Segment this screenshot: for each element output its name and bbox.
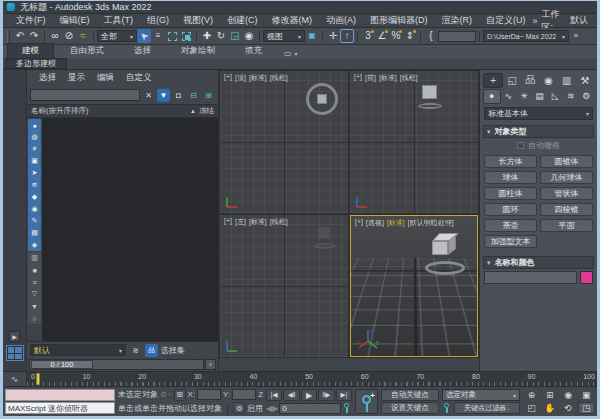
viewport-menu-renderer[interactable]: [标准] [387,218,405,228]
bind-spacewarp-icon[interactable]: ≈ [76,29,90,43]
expand-all-icon[interactable]: ⊟ [187,89,200,102]
selection-lock-icon[interactable]: ▫ [169,390,172,399]
play-button[interactable]: ▶ [301,389,317,401]
ribbon-tab-populate[interactable]: 填充 [231,44,276,58]
primitive-category-dropdown[interactable]: 标准基本体 [484,107,593,120]
cameras-category-icon[interactable]: ▤ [532,89,548,104]
ribbon-tab-selection[interactable]: 选择 [120,44,165,58]
redo-icon[interactable]: ↷ [27,29,41,43]
object-color-swatch[interactable] [580,271,593,284]
display-filter-icon[interactable]: ● [28,119,41,131]
viewport-menu-renderer[interactable]: [标准] [249,73,267,83]
display-filter-icon[interactable]: ◆ [28,191,41,203]
spacewarps-category-icon[interactable]: ≋ [563,89,579,104]
primitive-button[interactable]: 茶壶 [484,219,537,232]
set-key-button[interactable]: 设置关键点 [381,402,439,414]
isolate-selection-icon[interactable]: ⊘ [160,390,167,399]
create-tab-icon[interactable]: + [483,73,503,88]
zoom-icon[interactable]: ⊕ [523,389,540,401]
viewport-menu-general[interactable]: [+] [354,73,362,83]
named-sets-field[interactable] [438,31,476,42]
shapes-category-icon[interactable]: ∿ [501,89,517,104]
collapse-all-icon[interactable]: ⊞ [202,89,215,102]
maxscript-mini-listener[interactable]: MAXScript 迷你侦听器 [5,388,115,415]
ribbon-tab-object-paint[interactable]: 对象绘制 [167,44,229,58]
primitive-button[interactable]: 几何球体 [540,171,593,184]
name-color-rollout[interactable]: 名称和颜色 [483,256,594,269]
explorer-menu-item[interactable]: 编辑 [93,72,118,84]
percent-snap-icon[interactable]: % [389,29,403,43]
display-filter-icon[interactable]: ◍ [28,131,41,143]
rect-selection-region-icon[interactable] [165,29,179,43]
y-coordinate-field[interactable] [232,389,256,400]
orbit-icon[interactable]: ⟲ [560,402,577,414]
primitive-button[interactable]: 球体 [484,171,537,184]
time-slider-track[interactable]: 0 / 100 [29,359,204,370]
layout-flyout-button[interactable]: ▶ [9,331,20,342]
adaptive-degradation-icon[interactable]: ⊚ [233,402,245,414]
display-filter-icon[interactable]: ☀ [28,143,41,155]
systems-category-icon[interactable]: ⚙ [578,89,594,104]
primitive-button[interactable]: 四棱锥 [540,203,593,216]
primitive-button[interactable]: 圆环 [484,203,537,216]
primitive-button[interactable]: 管状体 [540,187,593,200]
utilities-tab-icon[interactable]: ⚒ [576,73,594,88]
menu-item[interactable]: 渲染(R) [435,14,480,27]
explorer-tool-icon[interactable]: ○ [28,312,41,324]
viewport-top[interactable]: [+] [顶] [标准] [线框] [220,71,348,213]
zoom-region-icon[interactable]: ◰ [523,402,540,414]
placement-icon[interactable]: ◉ [242,29,256,43]
listener-pane[interactable]: MAXScript 迷你侦听器 [5,402,115,414]
selection-filter-dropdown[interactable]: 全部 [97,30,137,42]
time-slider-thumb[interactable]: 0 / 100 [31,360,93,369]
frame-stepper-icon[interactable]: ◀▶ [266,404,278,413]
menu-item[interactable]: 视图(V) [176,14,220,27]
time-ruler[interactable]: 0102030405060708090100 [27,372,597,386]
display-filter-icon[interactable]: ➤ [28,167,41,179]
use-pivot-center-icon[interactable]: ▣ [305,29,319,43]
object-type-rollout[interactable]: 对象类型 [483,125,594,138]
explorer-mode-icon[interactable]: 品 [145,344,158,357]
menu-item[interactable]: 修改器(M) [265,14,320,27]
toolbar-grip[interactable] [7,30,10,43]
viewport-left[interactable]: [+] [左] [标准] [线框] [220,215,348,357]
maximize-viewport-icon[interactable]: ◳ [578,402,595,414]
window-crossing-icon[interactable] [179,29,193,43]
previous-frame-button[interactable]: ◀‖ [283,389,299,401]
explorer-preset-dropdown[interactable]: 默认 [30,344,126,356]
menu-item[interactable]: 文件(F) [9,14,53,27]
snap-3d-icon[interactable]: 3 [361,29,375,43]
viewport-menu-shading[interactable]: [默认明暗处理] [408,218,454,228]
key-mode-icon[interactable] [342,402,352,414]
explorer-menu-item[interactable]: 显示 [64,72,89,84]
macro-recorder-pane[interactable] [5,389,115,401]
primitive-button[interactable]: 加强型文本 [484,235,537,248]
column-name-header[interactable]: 名称(按升序排序) [31,106,187,116]
layout-2x2-icon[interactable] [6,345,24,361]
select-manipulate-icon[interactable]: ✛ [326,29,340,43]
go-to-start-button[interactable]: |◀ [266,389,282,401]
display-tab-icon[interactable]: ▥ [558,73,576,88]
menu-item[interactable]: 编辑(E) [53,14,97,27]
explorer-column-header[interactable]: 名称(按升序排序) ▲ 冻结 [27,104,218,118]
pan-icon[interactable]: ✋ [541,402,558,414]
angle-snap-icon[interactable]: ∠ [375,29,389,43]
viewport-menu-general[interactable]: [+] [355,218,363,228]
next-frame-button[interactable]: ‖▶ [318,389,334,401]
zoom-all-icon[interactable]: ⊞ [541,389,558,401]
toolbar-overflow-icon[interactable]: » [569,29,583,43]
autogrid-checkbox[interactable] [517,142,524,149]
key-filter-icon[interactable] [442,402,452,414]
move-icon[interactable]: ✚ [200,29,214,43]
viewport-menu-renderer[interactable]: [标准] [379,73,397,83]
menu-item[interactable]: 组(G) [140,14,176,27]
viewport-menu-pov[interactable]: [左] [235,217,246,227]
lights-category-icon[interactable]: ☀ [516,89,532,104]
select-by-name-icon[interactable]: ≡ [151,29,165,43]
current-frame-field[interactable] [279,403,341,414]
viewcube[interactable] [306,83,338,115]
project-folder-dropdown[interactable]: D:\UserDa~ Max 2022 [483,30,569,42]
select-object-icon[interactable]: ➤ [137,29,151,43]
viewcube[interactable] [314,227,338,249]
primitive-button[interactable]: 圆锥体 [540,155,593,168]
